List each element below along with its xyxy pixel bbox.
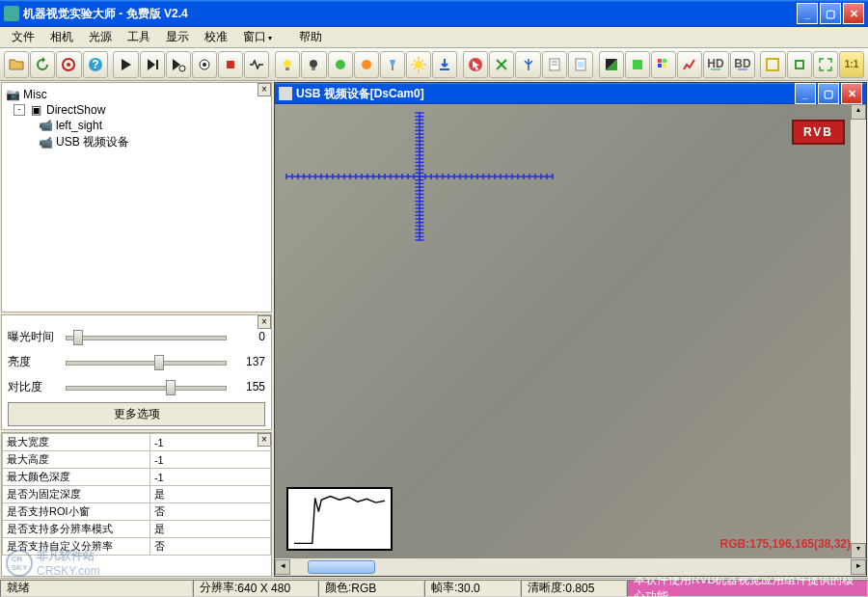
crop-green-icon[interactable] bbox=[787, 51, 812, 78]
menu-file[interactable]: 文件 bbox=[4, 27, 42, 47]
open-folder-icon[interactable] bbox=[4, 51, 29, 78]
tree-group[interactable]: - ▣ DirectShow bbox=[6, 102, 267, 118]
bulb-yellow-icon[interactable] bbox=[275, 51, 300, 78]
measure-y-icon[interactable] bbox=[515, 51, 540, 78]
light-orange-icon[interactable] bbox=[354, 51, 379, 78]
flash-icon[interactable] bbox=[406, 51, 431, 78]
heartbeat-icon[interactable] bbox=[244, 51, 269, 78]
prop-key: 是否支持ROI小窗 bbox=[3, 503, 150, 521]
menu-camera[interactable]: 相机 bbox=[42, 27, 81, 47]
slider-label: 曝光时间 bbox=[8, 329, 66, 345]
svg-rect-26 bbox=[663, 59, 666, 63]
scroll-up-arrow-icon[interactable]: ▴ bbox=[851, 104, 866, 120]
prop-key: 最大宽度 bbox=[3, 434, 150, 451]
video-horizontal-scrollbar[interactable]: ◂ ▸ bbox=[275, 558, 866, 576]
help-icon[interactable]: ? bbox=[83, 51, 108, 78]
svg-rect-23 bbox=[578, 62, 583, 68]
cursor-red-icon[interactable] bbox=[463, 51, 488, 78]
menu-help[interactable]: 帮助 bbox=[291, 27, 330, 47]
slider-value: 0 bbox=[227, 330, 265, 343]
doc2-icon[interactable] bbox=[568, 51, 593, 78]
play-config-icon[interactable] bbox=[166, 51, 191, 78]
download-icon[interactable] bbox=[432, 51, 457, 78]
scroll-left-arrow-icon[interactable]: ◂ bbox=[275, 559, 290, 575]
video-viewport[interactable]: RVB RGB:175,196,165(38,32) bbox=[275, 104, 866, 558]
svg-rect-24 bbox=[633, 60, 642, 69]
play-icon[interactable] bbox=[113, 51, 138, 78]
prop-value: -1 bbox=[149, 451, 270, 469]
status-fps: 帧率:30.0 bbox=[424, 580, 521, 597]
brightness-slider[interactable] bbox=[66, 352, 227, 371]
measure-x-icon[interactable] bbox=[489, 51, 514, 78]
svg-point-13 bbox=[336, 60, 345, 69]
crosshair-overlay bbox=[275, 104, 564, 249]
table-row[interactable]: 最大宽度-1 bbox=[3, 434, 271, 451]
palette-icon[interactable] bbox=[651, 51, 676, 78]
prop-key: 是否为固定深度 bbox=[3, 486, 150, 503]
more-options-button[interactable]: 更多选项 bbox=[8, 402, 265, 426]
video-vertical-scrollbar[interactable]: ▴ ▾ bbox=[851, 104, 866, 558]
table-row[interactable]: 是否支持自定义分辨率否 bbox=[3, 538, 271, 556]
bulb-dark-icon[interactable] bbox=[301, 51, 326, 78]
scroll-right-arrow-icon[interactable]: ▸ bbox=[851, 559, 866, 575]
exposure-slider[interactable] bbox=[66, 327, 227, 346]
tree-item-label: USB 视频设备 bbox=[56, 134, 129, 150]
statusbar: 就绪 分辨率:640 X 480 颜色:RGB 帧率:30.0 清晰度:0.80… bbox=[0, 578, 868, 597]
table-row[interactable]: 最大颜色深度-1 bbox=[3, 469, 271, 486]
ratio-icon[interactable]: 1:1 bbox=[839, 51, 864, 78]
record-icon[interactable] bbox=[192, 51, 217, 78]
video-minimize-button[interactable]: _ bbox=[795, 83, 816, 104]
minimize-button[interactable]: _ bbox=[797, 3, 818, 24]
tree-root[interactable]: 📷 Misc bbox=[6, 87, 267, 102]
histogram-overlay bbox=[286, 487, 393, 551]
target-icon[interactable] bbox=[56, 51, 81, 78]
menu-tools[interactable]: 工具 bbox=[120, 27, 158, 47]
video-titlebar: USB 视频设备[DsCam0] _ ▢ ✕ bbox=[275, 83, 866, 104]
video-close-button[interactable]: ✕ bbox=[841, 83, 862, 104]
svg-rect-8 bbox=[227, 61, 234, 68]
bd-icon[interactable]: BD bbox=[730, 51, 755, 78]
doc-icon[interactable] bbox=[542, 51, 567, 78]
tree-item[interactable]: 📹 left_sight bbox=[6, 118, 267, 133]
prop-key: 是否支持多分辨率模式 bbox=[3, 521, 150, 538]
panel-close-button[interactable]: × bbox=[258, 433, 271, 447]
light-green-icon[interactable] bbox=[328, 51, 353, 78]
table-row[interactable]: 最大高度-1 bbox=[3, 451, 271, 469]
lamp-icon[interactable] bbox=[380, 51, 405, 78]
window-title: 机器视觉实验大师 - 免费版 V2.4 bbox=[23, 6, 797, 22]
tree-item[interactable]: 📹 USB 视频设备 bbox=[6, 133, 267, 151]
menu-display[interactable]: 显示 bbox=[158, 27, 197, 47]
contrast-slider[interactable] bbox=[66, 377, 227, 396]
table-row[interactable]: 是否支持ROI小窗否 bbox=[3, 503, 271, 521]
menu-window[interactable]: 窗口▾ bbox=[235, 27, 280, 47]
maximize-button[interactable]: ▢ bbox=[820, 3, 841, 24]
fullscreen-icon[interactable] bbox=[813, 51, 838, 78]
scroll-down-arrow-icon[interactable]: ▾ bbox=[851, 543, 866, 558]
refresh-icon[interactable] bbox=[30, 51, 55, 78]
table-row[interactable]: 是否为固定深度是 bbox=[3, 486, 271, 503]
main-titlebar: 机器视觉实验大师 - 免费版 V2.4 _ ▢ ✕ bbox=[0, 0, 868, 27]
rvb-badge: RVB bbox=[792, 120, 845, 145]
menu-calibrate[interactable]: 校准 bbox=[197, 27, 235, 47]
svg-point-16 bbox=[415, 61, 422, 68]
close-button[interactable]: ✕ bbox=[843, 3, 864, 24]
contrast-icon[interactable] bbox=[599, 51, 624, 78]
play-step-icon[interactable] bbox=[140, 51, 165, 78]
panel-close-button[interactable]: × bbox=[258, 315, 271, 329]
prop-key: 最大颜色深度 bbox=[3, 469, 150, 486]
device-tree-panel: × 📷 Misc - ▣ DirectShow 📹 left_sight 📹 U… bbox=[1, 82, 272, 312]
tree-expander-icon[interactable]: - bbox=[14, 104, 25, 116]
chart-icon[interactable] bbox=[677, 51, 702, 78]
table-row[interactable]: 是否支持多分辨率模式是 bbox=[3, 521, 271, 538]
green-square-icon[interactable] bbox=[625, 51, 650, 78]
stop-icon[interactable] bbox=[218, 51, 243, 78]
hd-icon[interactable]: HD bbox=[703, 51, 728, 78]
prop-value: 是 bbox=[149, 521, 270, 538]
video-maximize-button[interactable]: ▢ bbox=[818, 83, 839, 104]
prop-key: 是否支持自定义分辨率 bbox=[3, 538, 150, 556]
panel-close-button[interactable]: × bbox=[258, 83, 271, 96]
menu-light[interactable]: 光源 bbox=[81, 27, 120, 47]
scroll-thumb[interactable] bbox=[308, 560, 375, 574]
crop-yellow-icon[interactable] bbox=[760, 51, 785, 78]
rgb-readout: RGB:175,196,165(38,32) bbox=[720, 537, 851, 551]
